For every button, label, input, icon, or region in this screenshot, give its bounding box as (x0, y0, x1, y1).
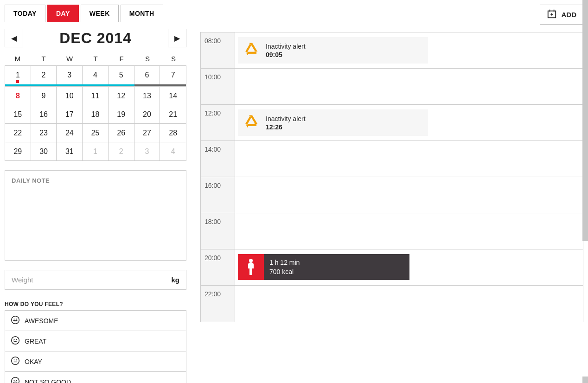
hour-row: 18:00 (201, 213, 583, 249)
svg-marker-18 (246, 125, 249, 128)
calendar-day[interactable]: 15 (5, 105, 31, 123)
prev-month-button[interactable]: ◀ (5, 29, 23, 47)
person-icon (238, 254, 264, 280)
hour-content[interactable] (235, 213, 583, 249)
scrollbar[interactable] (582, 0, 588, 241)
calendar-day[interactable]: 21 (160, 105, 186, 123)
calendar-dow-label: W (57, 55, 83, 63)
hour-content[interactable] (235, 141, 583, 177)
calendar-day[interactable]: 4 (160, 142, 186, 160)
weight-input[interactable] (5, 270, 165, 289)
hour-row: 12:00Inactivity alert12:26 (201, 105, 583, 141)
calendar-day[interactable]: 25 (83, 123, 109, 142)
day-tab[interactable]: DAY (47, 5, 79, 22)
hour-label: 08:00 (201, 32, 235, 68)
feel-list: AWESOMEGREATOKAYNOT SO GOOD (5, 310, 186, 383)
calendar-day[interactable]: 26 (109, 123, 134, 142)
chevron-left-icon: ◀ (11, 34, 17, 43)
face-icon (11, 377, 20, 383)
inactivity-icon (243, 42, 259, 59)
day-timeline: 08:00Inactivity alert09:0510:0012:00Inac… (200, 32, 583, 322)
hour-content[interactable] (235, 177, 583, 213)
calendar-day[interactable]: 23 (31, 123, 57, 142)
chevron-right-icon: ▶ (174, 34, 180, 43)
event-title: Inactivity alert (266, 43, 306, 50)
calendar-day[interactable]: 18 (83, 105, 109, 123)
today-button[interactable]: TODAY (5, 5, 45, 22)
scrollbar-down[interactable] (582, 377, 588, 383)
feel-option[interactable]: NOT SO GOOD (5, 372, 186, 383)
hour-row: 14:00 (201, 141, 583, 177)
calendar-day[interactable]: 16 (31, 105, 57, 123)
calendar-day[interactable]: 6 (134, 66, 160, 84)
calendar-day[interactable]: 28 (160, 123, 186, 142)
calendar-day[interactable]: 30 (31, 142, 57, 160)
svg-point-7 (14, 359, 15, 360)
calendar-dow: MTWTFSS (5, 52, 186, 65)
calendar-day[interactable]: 13 (134, 86, 160, 105)
hour-label: 20:00 (201, 249, 235, 285)
svg-point-3 (12, 337, 19, 345)
hour-content[interactable]: Inactivity alert09:05 (235, 32, 583, 68)
svg-point-8 (16, 359, 17, 360)
svg-point-6 (12, 357, 19, 365)
calendar-day[interactable]: 1 (83, 142, 109, 160)
calendar-day[interactable]: 9 (31, 86, 57, 105)
feel-option[interactable]: GREAT (5, 331, 186, 351)
calendar-day[interactable]: 17 (57, 105, 83, 123)
calendar-day[interactable]: 3 (57, 66, 83, 84)
daily-note-input[interactable] (12, 177, 179, 254)
workout-event[interactable]: 1 h 12 min700 kcal (238, 254, 409, 280)
calendar-day[interactable]: 19 (109, 105, 134, 123)
calendar-day[interactable]: 8 (5, 86, 31, 105)
inactivity-icon (243, 114, 259, 131)
calendar-day[interactable]: 12 (109, 86, 134, 105)
calendar-day[interactable]: 5 (109, 66, 134, 84)
hour-row: 20:001 h 12 min700 kcal (201, 249, 583, 286)
daily-note-box (5, 170, 186, 261)
feel-option[interactable]: AWESOME (5, 311, 186, 331)
feel-label: OKAY (25, 358, 42, 365)
calendar-day[interactable]: 20 (134, 105, 160, 123)
svg-point-5 (16, 339, 17, 340)
hour-row: 08:00Inactivity alert09:05 (201, 32, 583, 69)
hour-content[interactable] (235, 69, 583, 104)
workout-energy: 700 kcal (269, 268, 404, 275)
inactivity-event[interactable]: Inactivity alert12:26 (238, 109, 428, 136)
calendar-day[interactable]: 10 (57, 86, 83, 105)
calendar-day[interactable]: 22 (5, 123, 31, 142)
calendar-dow-label: T (31, 55, 57, 63)
hour-content[interactable]: Inactivity alert12:26 (235, 105, 583, 140)
add-button[interactable]: ADD (540, 5, 584, 25)
hour-content[interactable] (235, 286, 583, 322)
calendar-day[interactable]: 14 (160, 86, 186, 105)
calendar-day[interactable]: 24 (57, 123, 83, 142)
calendar-dow-label: S (134, 55, 160, 63)
inactivity-event[interactable]: Inactivity alert09:05 (238, 37, 428, 64)
calendar-day[interactable]: 1 (5, 66, 31, 84)
week-tab[interactable]: WEEK (81, 5, 119, 22)
calendar-dow-label: T (83, 55, 109, 63)
feel-option[interactable]: OKAY (5, 351, 186, 372)
calendar-day[interactable]: 2 (109, 142, 134, 160)
weight-unit: kg (165, 276, 186, 284)
svg-point-4 (14, 339, 15, 340)
month-tab[interactable]: MONTH (121, 5, 163, 22)
calendar-day[interactable]: 27 (134, 123, 160, 142)
face-icon (11, 336, 20, 346)
workout-duration: 1 h 12 min (269, 259, 404, 266)
calendar-day[interactable]: 31 (57, 142, 83, 160)
hour-label: 22:00 (201, 286, 235, 322)
calendar-day[interactable]: 4 (83, 66, 109, 84)
calendar-title: DEC 2014 (59, 30, 132, 47)
calendar-day[interactable]: 7 (160, 66, 186, 84)
calendar-day[interactable]: 29 (5, 142, 31, 160)
hour-content[interactable]: 1 h 12 min700 kcal (235, 249, 583, 285)
next-month-button[interactable]: ▶ (168, 29, 186, 47)
svg-point-11 (14, 380, 15, 381)
calendar-day[interactable]: 2 (31, 66, 57, 84)
svg-point-2 (16, 319, 17, 319)
calendar-day[interactable]: 11 (83, 86, 109, 105)
svg-marker-15 (246, 53, 249, 55)
calendar-day[interactable]: 3 (134, 142, 160, 160)
